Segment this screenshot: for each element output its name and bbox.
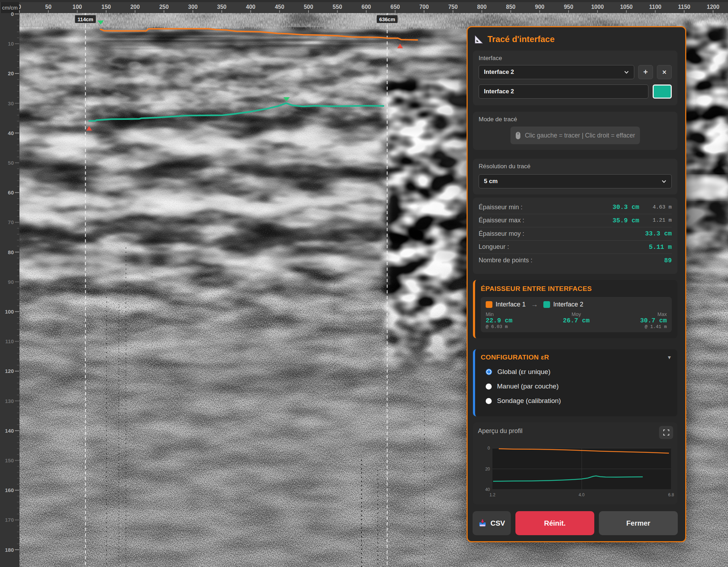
svg-text:20: 20 [8, 70, 14, 76]
svg-text:150: 150 [102, 4, 111, 10]
svg-text:400: 400 [246, 4, 255, 10]
svg-text:cm/cm: cm/cm [2, 5, 18, 11]
svg-text:1100: 1100 [649, 4, 661, 10]
svg-text:100: 100 [5, 309, 14, 315]
svg-text:800: 800 [477, 4, 487, 10]
svg-text:120: 120 [5, 368, 14, 374]
svg-text:350: 350 [217, 4, 227, 10]
svg-text:0: 0 [11, 11, 14, 17]
svg-text:450: 450 [275, 4, 284, 10]
svg-text:300: 300 [188, 4, 198, 10]
svg-text:1200: 1200 [707, 4, 720, 10]
svg-text:500: 500 [304, 4, 313, 10]
svg-text:150: 150 [5, 457, 14, 463]
svg-text:1000: 1000 [591, 4, 604, 10]
svg-text:900: 900 [535, 4, 544, 10]
svg-text:140: 140 [5, 428, 14, 434]
svg-text:80: 80 [8, 249, 14, 255]
svg-text:250: 250 [159, 4, 169, 10]
svg-text:4.0: 4.0 [579, 492, 585, 497]
svg-text:130: 130 [5, 398, 14, 404]
svg-text:650: 650 [391, 4, 400, 10]
svg-text:50: 50 [45, 4, 52, 10]
svg-text:40: 40 [8, 130, 14, 136]
svg-text:10: 10 [8, 41, 14, 47]
svg-text:850: 850 [506, 4, 516, 10]
svg-text:160: 160 [5, 487, 14, 493]
svg-text:1150: 1150 [678, 4, 691, 10]
svg-text:700: 700 [419, 4, 429, 10]
svg-text:180: 180 [5, 547, 14, 553]
svg-text:1.2: 1.2 [490, 492, 496, 497]
svg-text:0: 0 [487, 446, 490, 451]
svg-text:550: 550 [333, 4, 342, 10]
svg-text:1050: 1050 [620, 4, 633, 10]
svg-text:70: 70 [8, 219, 14, 225]
svg-text:200: 200 [130, 4, 140, 10]
svg-text:950: 950 [564, 4, 573, 10]
svg-text:600: 600 [362, 4, 371, 10]
svg-text:114cm: 114cm [77, 17, 93, 22]
svg-text:60: 60 [8, 189, 14, 195]
svg-text:110: 110 [5, 338, 14, 344]
svg-text:50: 50 [8, 160, 14, 166]
svg-text:100: 100 [73, 4, 82, 10]
svg-text:170: 170 [5, 517, 14, 523]
svg-text:40: 40 [485, 487, 490, 492]
svg-text:90: 90 [8, 279, 14, 285]
svg-text:6.8: 6.8 [668, 492, 674, 497]
svg-text:20: 20 [485, 467, 490, 472]
svg-text:30: 30 [8, 100, 14, 106]
svg-text:636cm: 636cm [379, 17, 395, 22]
svg-text:750: 750 [448, 4, 458, 10]
